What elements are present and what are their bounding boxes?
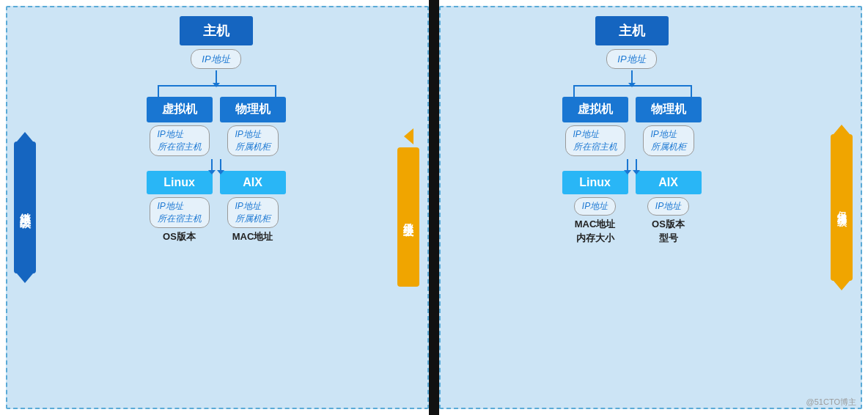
right-aix-extra2: 型号 <box>659 232 678 245</box>
right-aix-extra1: OS版本 <box>652 218 685 231</box>
left-host-box: 主机 <box>180 16 253 45</box>
left-pm-box: 物理机 <box>220 97 286 122</box>
right-vm-box: 虚拟机 <box>562 97 628 122</box>
left-top-node: 主机 IP地址 <box>180 16 253 69</box>
center-divider <box>429 0 439 415</box>
left-aix-box: AIX <box>220 171 286 194</box>
right-linux-box: Linux <box>562 171 628 194</box>
left-aix-node: AIX IP地址 所属机柜 MAC地址 <box>220 171 286 243</box>
right-yellow-label: 仅继承顶级 <box>835 204 848 211</box>
left-linux-node: Linux IP地址 所在宿主机 OS版本 <box>147 171 213 243</box>
left-pm-node: 物理机 IP地址 所属机柜 <box>220 97 286 156</box>
right-top-node: 主机 IP地址 <box>595 16 669 69</box>
left-vm-node: 虚拟机 IP地址 所在宿主机 <box>147 97 213 156</box>
left-yellow-label: 继承上级 <box>402 214 415 220</box>
left-aix-extra: MAC地址 <box>232 230 273 243</box>
right-linux-extra1: MAC地址 <box>575 218 616 231</box>
right-yellow-scroll: 仅继承顶级 <box>823 7 861 408</box>
right-aix-box: AIX <box>636 171 702 194</box>
right-pm-node: 物理机 IP地址 所属机柜 <box>636 97 702 156</box>
right-panel: 主机 IP地址 虚拟机 IP地址 所在宿主机 <box>439 6 862 409</box>
right-pm-box: 物理机 <box>636 97 702 122</box>
left-linux-extra: OS版本 <box>163 230 196 243</box>
watermark: @51CTO博主 <box>806 397 856 408</box>
left-vm-box: 虚拟机 <box>147 97 213 122</box>
right-linux-node: Linux IP地址 MAC地址 内存大小 <box>562 171 628 245</box>
left-linux-box: Linux <box>147 171 213 194</box>
left-host-attr: IP地址 <box>202 54 229 65</box>
left-yellow-scroll: 继承上级 <box>389 7 427 408</box>
left-panel: 继承上级 主机 IP地址 <box>6 6 429 409</box>
right-host-box: 主机 <box>595 16 669 45</box>
left-blue-label: 继承上级 <box>18 205 32 210</box>
right-aix-node: AIX IP地址 OS版本 型号 <box>636 171 702 245</box>
right-linux-extra2: 内存大小 <box>576 232 614 245</box>
right-host-attr: IP地址 <box>617 54 645 65</box>
right-vm-node: 虚拟机 IP地址 所在宿主机 <box>562 97 628 156</box>
left-blue-scroll: 继承上级 <box>7 7 43 408</box>
